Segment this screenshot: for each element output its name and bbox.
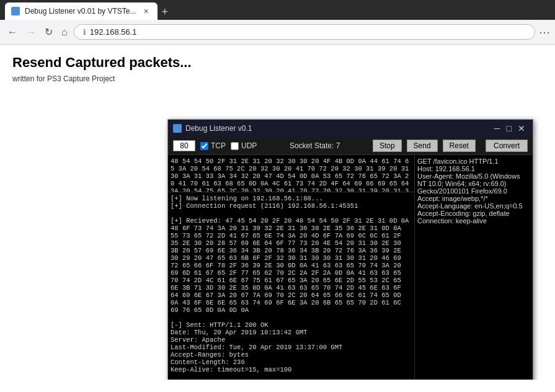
debug-window: Debug Listener v0.1 ─ □ ✕ TCP UDP Socket…: [167, 119, 533, 380]
debug-window-btns: ─ □ ✕: [492, 124, 528, 133]
debug-title-icon: [173, 124, 182, 133]
port-input[interactable]: [173, 140, 195, 151]
more-button[interactable]: ⋯: [539, 25, 550, 39]
socket-state: Socket State: 7: [262, 141, 368, 150]
lock-icon: ℹ: [83, 28, 86, 37]
active-tab[interactable]: Debug Listener v0.01 by VTSTe... ✕: [5, 2, 158, 20]
tcp-checkbox-group[interactable]: TCP: [200, 141, 226, 150]
nav-bar: ← → ↻ ⌂ ℹ 192.168.56.1 ⋯: [0, 20, 555, 45]
minimize-button[interactable]: ─: [492, 124, 503, 133]
debug-title-text: Debug Listener v0.1: [185, 124, 252, 133]
tab-title: Debug Listener v0.01 by VTSTe...: [25, 7, 136, 16]
debug-main: 48 54 54 50 2F 31 2E 31 20 32 30 30 20 4…: [168, 155, 533, 380]
page-title: Resend Captured packets...: [12, 55, 543, 71]
address-text: 192.168.56.1: [90, 27, 137, 37]
forward-button[interactable]: →: [24, 25, 38, 39]
debug-title-left: Debug Listener v0.1: [173, 124, 252, 133]
close-button[interactable]: ✕: [515, 124, 528, 133]
udp-checkbox[interactable]: [231, 142, 239, 150]
udp-checkbox-group[interactable]: UDP: [231, 141, 257, 150]
page-subtitle: written for PS3 Capture Project: [12, 74, 543, 83]
send-button[interactable]: Send: [407, 140, 438, 152]
page-content: Resend Captured packets... written for P…: [0, 45, 555, 380]
debug-left: 48 54 54 50 2F 31 2E 31 20 32 30 30 20 4…: [168, 155, 415, 380]
back-button[interactable]: ←: [5, 25, 20, 39]
tab-favicon: [11, 7, 20, 16]
new-tab-button[interactable]: +: [161, 6, 168, 19]
debug-toolbar: TCP UDP Socket State: 7 Stop Send Reset …: [168, 137, 533, 155]
maximize-button[interactable]: □: [504, 124, 514, 133]
udp-label: UDP: [241, 141, 257, 150]
refresh-button[interactable]: ↻: [42, 25, 55, 39]
debug-titlebar: Debug Listener v0.1 ─ □ ✕: [168, 120, 533, 137]
tcp-label: TCP: [211, 141, 226, 150]
browser-tab-bar: Debug Listener v0.01 by VTSTe... ✕ +: [0, 0, 555, 20]
debug-right-panel[interactable]: GET /favicon.ico HTTP/1.1 Host: 192.168.…: [415, 155, 533, 380]
tab-close-btn[interactable]: ✕: [143, 7, 149, 16]
stop-button[interactable]: Stop: [373, 140, 402, 152]
home-button[interactable]: ⌂: [59, 25, 70, 39]
address-bar[interactable]: ℹ 192.168.56.1: [74, 24, 535, 40]
log-panel[interactable]: [+] Now listening on 192.168.56.1:80... …: [168, 192, 414, 380]
tcp-checkbox[interactable]: [200, 142, 208, 150]
reset-button[interactable]: Reset: [443, 140, 476, 152]
convert-button[interactable]: Convert: [486, 140, 528, 152]
hex-panel[interactable]: 48 54 54 50 2F 31 2E 31 20 32 30 30 20 4…: [168, 155, 414, 192]
